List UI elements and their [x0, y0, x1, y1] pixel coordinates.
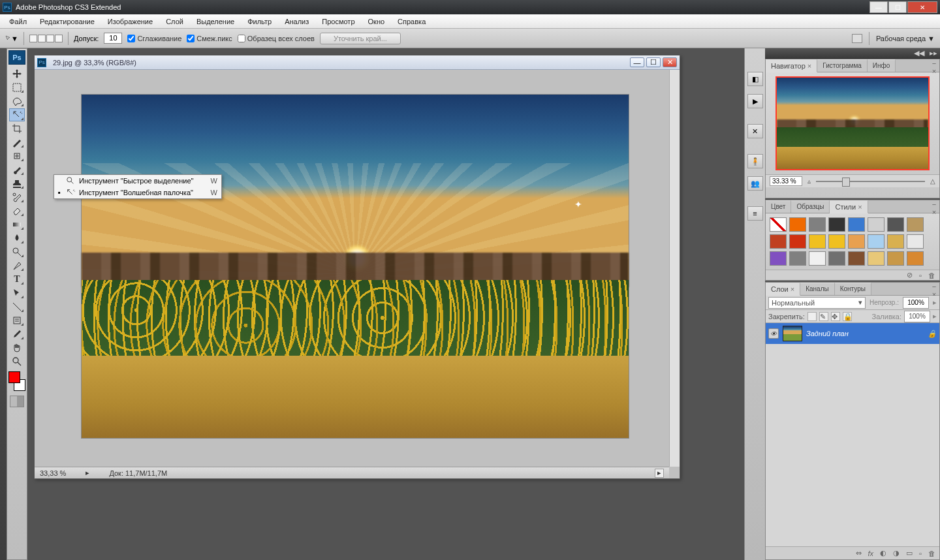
workspace-icon[interactable]: [852, 34, 862, 43]
tab-color[interactable]: Цвет: [766, 200, 791, 213]
antialias-checkbox[interactable]: Сглаживание: [127, 35, 181, 42]
panel-menu-icon[interactable]: −×: [929, 200, 939, 213]
layer-thumbnail[interactable]: [783, 326, 802, 341]
type-tool[interactable]: T: [9, 273, 25, 286]
canvas[interactable]: [82, 95, 629, 438]
doc-close-button[interactable]: [663, 57, 677, 67]
shape-tool[interactable]: [9, 300, 25, 313]
no-style-icon[interactable]: ⊘: [907, 271, 913, 279]
link-layers-icon[interactable]: ⇔: [856, 549, 862, 557]
zoom-in-icon[interactable]: △: [930, 178, 935, 185]
menu-edit[interactable]: Редактирование: [33, 16, 101, 27]
healing-tool[interactable]: [9, 149, 25, 163]
layer-background[interactable]: 👁 Задний план 🔒: [766, 323, 939, 344]
panel-menu-icon[interactable]: −×: [929, 59, 939, 72]
style-swatch[interactable]: [828, 251, 845, 266]
doc-maximize-button[interactable]: [646, 57, 661, 67]
zoom-readout[interactable]: 33,33 %: [40, 469, 66, 477]
style-swatch[interactable]: [907, 217, 924, 232]
style-swatch[interactable]: [789, 251, 806, 266]
refine-edge-button[interactable]: Уточнить край...: [320, 33, 401, 44]
navigator-zoom-value[interactable]: 33.33 %: [770, 176, 802, 186]
lock-position-icon[interactable]: ✥: [831, 312, 840, 321]
style-swatch[interactable]: [809, 234, 826, 249]
opacity-input[interactable]: 100%: [903, 297, 929, 309]
tolerance-input[interactable]: 10: [104, 33, 122, 44]
doc-minimize-button[interactable]: [630, 57, 644, 67]
menu-help[interactable]: Справка: [391, 16, 432, 27]
layer-visibility-icon[interactable]: 👁: [768, 328, 779, 339]
blend-mode-select[interactable]: Нормальный▾: [768, 297, 866, 309]
tab-info[interactable]: Инфо: [868, 59, 896, 72]
menu-layer[interactable]: Слой: [159, 16, 190, 27]
notes-tool[interactable]: [9, 314, 25, 327]
tab-paths[interactable]: Контуры: [835, 283, 871, 295]
menu-select[interactable]: Выделение: [190, 16, 241, 27]
move-tool[interactable]: [9, 67, 25, 80]
window-maximize-button[interactable]: [888, 1, 907, 13]
menu-image[interactable]: Изображение: [101, 16, 159, 27]
eyedropper-tool[interactable]: [9, 328, 25, 341]
group-icon[interactable]: ▭: [906, 549, 913, 557]
menu-file[interactable]: Файл: [3, 16, 33, 27]
opacity-arrow-icon[interactable]: ▸: [933, 298, 937, 307]
selection-mode-icons[interactable]: [29, 35, 63, 42]
eraser-tool[interactable]: [9, 204, 25, 217]
color-swatches[interactable]: [8, 371, 25, 391]
style-swatch[interactable]: [770, 251, 787, 266]
navigator-thumbnail[interactable]: [776, 76, 930, 170]
dodge-tool[interactable]: [9, 245, 25, 258]
status-arrow-icon[interactable]: ▸: [655, 469, 664, 478]
style-swatch[interactable]: [789, 217, 806, 232]
slice-tool[interactable]: [9, 136, 25, 149]
doc-info[interactable]: Док: 11,7M/11,7M: [109, 469, 167, 477]
fx-icon[interactable]: fx: [868, 550, 874, 557]
blur-tool[interactable]: [9, 232, 25, 245]
flyout-magic-wand[interactable]: ■ Инструмент "Волшебная палочка" W: [54, 187, 221, 198]
style-swatch[interactable]: [907, 251, 924, 266]
dock-button-1[interactable]: ◧: [747, 72, 763, 86]
window-close-button[interactable]: [907, 1, 937, 13]
tab-channels[interactable]: Каналы: [800, 283, 835, 295]
menu-window[interactable]: Окно: [362, 16, 392, 27]
zoom-out-icon[interactable]: ▵: [807, 178, 811, 185]
dock-button-5[interactable]: 👥: [747, 176, 763, 191]
tab-styles[interactable]: Стили×: [830, 200, 868, 213]
dock-button-6[interactable]: ≡: [747, 206, 763, 221]
toolbox-expand[interactable]: [0, 48, 7, 560]
menu-filter[interactable]: Фильтр: [241, 16, 278, 27]
style-swatch[interactable]: [770, 234, 787, 249]
dock-header[interactable]: ◀◀▸▸: [765, 48, 940, 59]
marquee-tool[interactable]: [9, 81, 25, 94]
style-swatch[interactable]: [809, 251, 826, 266]
flyout-quick-select[interactable]: Инструмент "Быстрое выделение" W: [54, 175, 221, 187]
lock-transparent-icon[interactable]: [807, 312, 817, 321]
hand-tool[interactable]: [9, 341, 25, 354]
contiguous-checkbox[interactable]: Смеж.пикс: [187, 35, 232, 42]
dock-button-2[interactable]: ▶: [747, 94, 763, 108]
panel-menu-icon[interactable]: −×: [929, 283, 939, 295]
tab-navigator[interactable]: Навигатор×: [766, 59, 817, 72]
doc-vertical-scrollbar[interactable]: [669, 70, 680, 467]
fill-opacity-input[interactable]: 100%: [904, 311, 930, 322]
mask-icon[interactable]: ◐: [880, 549, 886, 557]
style-swatch[interactable]: [868, 234, 885, 249]
style-swatch[interactable]: [828, 217, 845, 232]
dock-button-4[interactable]: 🧍: [747, 154, 763, 168]
style-swatch[interactable]: [887, 217, 904, 232]
layers-empty-area[interactable]: [766, 344, 939, 546]
quickmask-toggle[interactable]: [10, 396, 24, 407]
lasso-tool[interactable]: [9, 95, 25, 108]
all-layers-checkbox[interactable]: Образец всех слоев: [238, 35, 315, 42]
tab-layers[interactable]: Слои×: [766, 283, 800, 296]
style-swatch[interactable]: [868, 251, 885, 266]
fg-color-swatch[interactable]: [8, 371, 20, 383]
stamp-tool[interactable]: [9, 177, 25, 190]
menu-analysis[interactable]: Анализ: [278, 16, 315, 27]
style-swatch[interactable]: [770, 217, 787, 232]
document-titlebar[interactable]: Ps 29.jpg @ 33,3% (RGB/8#): [35, 55, 680, 70]
tab-histogram[interactable]: Гистограмма: [817, 59, 868, 72]
menu-view[interactable]: Просмотр: [315, 16, 361, 27]
style-swatch[interactable]: [907, 234, 924, 249]
new-layer-icon[interactable]: ▫: [919, 550, 922, 557]
